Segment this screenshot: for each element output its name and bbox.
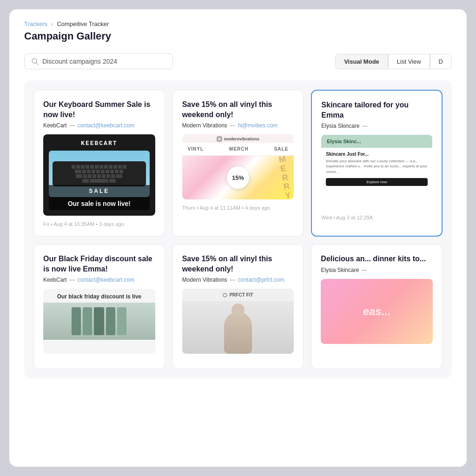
list-view-button[interactable]: List View: [388, 54, 430, 69]
card-6-meta: Elysia Skincare —: [321, 267, 433, 273]
card-3-footer: Wed • Aug 3 at 12:29A: [321, 215, 432, 220]
key: [106, 170, 109, 173]
card-blackfriday[interactable]: Our Black Friday discount sale is now li…: [33, 244, 165, 369]
bf-text: Our black friday discount is live: [52, 289, 147, 303]
card-5-email: contact@prfct.com: [238, 277, 284, 283]
gallery-grid: Our Keyboard Summer Sale is now live! Ke…: [33, 90, 443, 369]
key: [116, 174, 122, 178]
breadcrumb: Trackers › Compeitive Tracker: [24, 20, 452, 27]
card-1-footer: Fri • Aug 4 at 10:35AM • 3 days ago: [43, 221, 155, 227]
key: [82, 179, 89, 183]
card-5-title: Save 15% on all vinyl this weekend only!: [182, 254, 294, 274]
clothes-rack: [43, 303, 155, 340]
key: [83, 174, 87, 178]
card-1-title: Our Keyboard Summer Sale is now live!: [43, 99, 155, 119]
person-head: [231, 304, 245, 317]
card-2-footer: Thurs • Aug 4 at 11:11AM • 4 days ago: [182, 205, 294, 211]
hanger: [94, 307, 104, 335]
card-keyboard[interactable]: Our Keyboard Summer Sale is now live! Ke…: [33, 90, 165, 237]
card-2-title: Save 15% on all vinyl this weekend only!: [182, 99, 294, 119]
hanger: [117, 307, 126, 335]
card-4-meta: KeebCart — contact@keebcart.com: [43, 277, 155, 283]
prfct-person: [182, 301, 294, 354]
skincare-section-title: Skincare Just For...: [326, 152, 428, 157]
card-1-image: KEEBCART SALE: [43, 134, 155, 216]
key: [90, 165, 94, 169]
key: [101, 170, 105, 173]
vinyl-nav: VINYL MERCH SALE: [182, 143, 294, 156]
skincare-brand-header: Elysia Skinc...: [321, 135, 432, 148]
toolbar: Visual Mode List View D: [24, 53, 452, 69]
card-5-image: PRFCT FIT: [182, 289, 294, 354]
key: [87, 170, 91, 173]
key: [111, 174, 115, 178]
other-view-button[interactable]: D: [430, 54, 452, 69]
search-icon: [31, 58, 39, 65]
key: [72, 165, 75, 169]
search-input[interactable]: [42, 58, 166, 65]
sale-word: SALE: [49, 185, 150, 197]
key: [88, 174, 92, 178]
breadcrumb-parent[interactable]: Trackers: [24, 20, 47, 27]
keyboard-body: [53, 161, 146, 186]
svg-line-1: [36, 63, 38, 65]
sale-banner: Our sale is now live!: [49, 197, 150, 210]
breadcrumb-current: Compeitive Tracker: [57, 20, 109, 27]
hanger: [72, 307, 81, 335]
card-5-meta: Modern Vibrations — contact@prfct.com: [182, 277, 294, 283]
vinyl-nav-merch: MERCH: [229, 146, 249, 152]
card-1-brand: KeebCart: [43, 122, 67, 129]
card-6-image: eas...: [321, 279, 433, 344]
key: [86, 165, 89, 169]
keyboard-visual: SALE: [49, 151, 150, 197]
key: [76, 174, 82, 178]
card-3-title: Skincare tailored for you Emma: [321, 100, 432, 120]
key: [109, 165, 112, 169]
card-prfct[interactable]: Save 15% on all vinyl this weekend only!…: [172, 244, 304, 369]
keebcart-logo: KEEBCART: [49, 140, 150, 147]
merry-text: MERRY: [278, 154, 293, 199]
card-4-image: Our black friday discount is live: [43, 289, 155, 354]
key: [92, 170, 95, 173]
card-1-meta: KeebCart — contact@keebcart.com: [43, 122, 155, 129]
card-4-brand: KeebCart: [43, 277, 67, 283]
key: [106, 174, 110, 178]
vinyl-logo: modernvibrations: [182, 134, 294, 143]
key: [95, 165, 99, 169]
key: [96, 170, 100, 173]
card-2-image: modernvibrations VINYL MERCH SALE 15% ME…: [182, 134, 294, 199]
visual-mode-button[interactable]: Visual Mode: [335, 54, 388, 69]
hanger: [83, 307, 92, 335]
vinyl-nav-sale: SALE: [274, 146, 289, 152]
key: [110, 170, 114, 173]
key: [123, 165, 126, 169]
card-1-email: contact@keebcart.com: [77, 122, 134, 129]
key: [97, 174, 101, 178]
card-vinyl[interactable]: Save 15% on all vinyl this weekend only!…: [172, 90, 304, 237]
card-3-image: Elysia Skinc... Skincare Just For... Ele…: [321, 135, 432, 209]
card-5-brand: Modern Vibrations: [182, 277, 227, 283]
key: [93, 174, 96, 178]
key: [90, 179, 108, 183]
search-box[interactable]: [24, 53, 173, 69]
key: [109, 179, 116, 183]
key: [82, 170, 86, 173]
card-4-title: Our Black Friday discount sale is now li…: [43, 254, 155, 274]
key: [118, 165, 122, 169]
person-silhouette: [224, 312, 252, 354]
card-skincare[interactable]: Skincare tailored for you Emma Elysia Sk…: [311, 90, 443, 237]
hanger: [106, 307, 115, 335]
card-2-email: hi@mvibes.com: [238, 122, 278, 129]
key: [104, 165, 108, 169]
key: [99, 165, 103, 169]
elysia-text: eas...: [363, 305, 391, 318]
card-elysia[interactable]: Delicious an... dinner kits to... Elysia…: [311, 244, 443, 369]
skincare-desc: Elevate your skincare with our Luxury co…: [326, 159, 428, 174]
explore-now-button[interactable]: Explore now: [326, 178, 428, 186]
card-4-email: contact@keebcart.com: [77, 277, 134, 283]
key: [119, 170, 123, 173]
prfct-logo: PRFCT FIT: [219, 289, 257, 301]
svg-rect-3: [218, 138, 221, 140]
page-title: Campaign Gallery: [24, 30, 452, 42]
key: [115, 170, 119, 173]
